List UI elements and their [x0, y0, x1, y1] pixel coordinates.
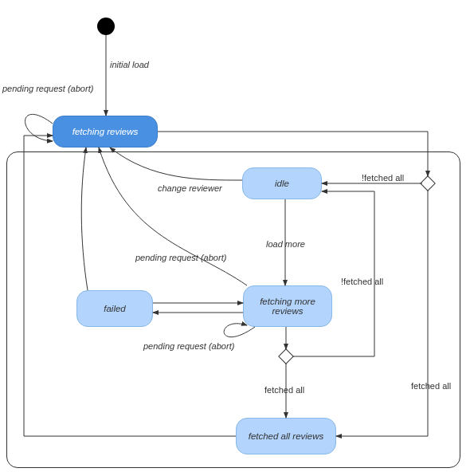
label-pending-abort-bottom: pending request (abort)	[143, 341, 234, 351]
state-fetching-more-reviews: fetching more reviews	[243, 285, 332, 327]
container-box	[6, 151, 460, 468]
label-pending-abort-mid: pending request (abort)	[135, 253, 226, 262]
label-change-reviewer: change reviewer	[158, 183, 222, 193]
state-fetched-all-reviews: fetched all reviews	[236, 418, 336, 454]
state-failed: failed	[76, 290, 153, 327]
label-not-fetched-2: !fetched all	[341, 277, 383, 286]
label-fetched-all-1: fetched all	[264, 385, 304, 395]
state-idle: idle	[242, 167, 322, 199]
label-initial-load: initial load	[110, 60, 149, 69]
state-diagram: fetching reviews idle failed fetching mo…	[0, 0, 470, 476]
label-pending-abort-top: pending request (abort)	[2, 84, 93, 93]
state-fetching-reviews: fetching reviews	[53, 116, 158, 148]
label-fetched-all-2: fetched all	[411, 381, 451, 391]
initial-state-dot	[97, 18, 115, 35]
label-load-more: load more	[266, 239, 305, 249]
label-not-fetched-1: !fetched all	[362, 173, 404, 183]
